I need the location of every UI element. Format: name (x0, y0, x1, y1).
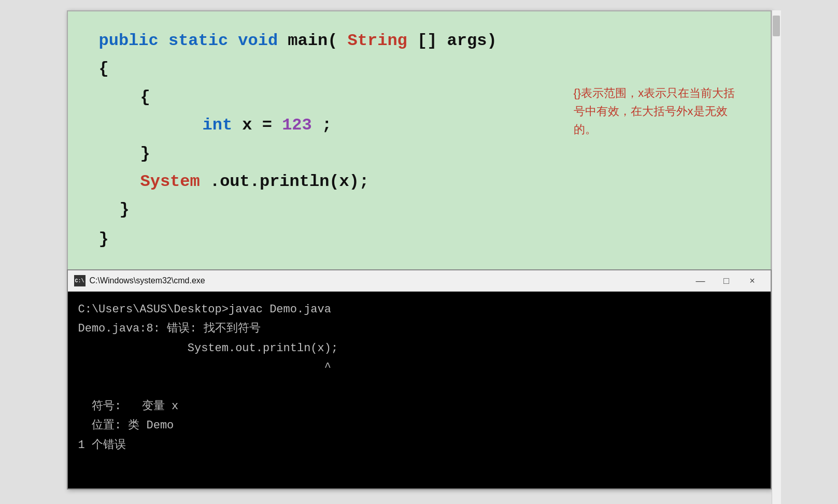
code-line-7: } (99, 196, 740, 224)
code-line-2: { (99, 55, 740, 83)
code-line-8: } (99, 229, 740, 249)
close-button[interactable]: × (741, 273, 764, 288)
code-panel: public static void main( String [] args)… (67, 10, 772, 269)
cmd-output-line-2: Demo.java:8: 错误: 找不到符号 (78, 319, 760, 338)
cmd-window: C:\ C:\Windows\system32\cmd.exe — □ × C:… (67, 269, 772, 489)
keyword-int: int (203, 116, 233, 135)
cmd-output-line-5: 位置: 类 Demo (78, 416, 760, 435)
cmd-titlebar: C:\ C:\Windows\system32\cmd.exe — □ × (68, 270, 771, 292)
keyword-public: public (99, 31, 159, 50)
code-line-5: } (99, 140, 740, 168)
number-literal: 123 (282, 116, 312, 135)
cmd-output-line-6: 1 个错误 (78, 436, 760, 455)
cmd-output-line-4: 符号: 变量 x (78, 397, 760, 416)
cmd-body: C:\Users\ASUS\Desktop>javac Demo.java De… (68, 292, 771, 488)
keyword-void: void (238, 31, 278, 50)
cmd-controls: — □ × (689, 273, 764, 288)
system-class: System (140, 172, 200, 191)
annotation: {}表示范围，x表示只在当前大括号中有效，在大括号外x是无效的。 (574, 84, 740, 139)
cmd-output-line-3: System.out.println(x); (78, 339, 760, 358)
cmd-icon: C:\ (74, 275, 86, 286)
code-line-1: public static void main( String [] args) (99, 27, 740, 55)
minimize-button[interactable]: — (689, 273, 713, 288)
restore-button[interactable]: □ (715, 273, 738, 288)
cmd-title-text: C:\Windows\system32\cmd.exe (90, 276, 205, 285)
keyword-static: static (168, 31, 228, 50)
type-string: String (348, 31, 407, 50)
cmd-output-blank (78, 378, 760, 397)
code-line-6: System .out.println(x); (99, 168, 740, 196)
cmd-output-caret: ^ (78, 358, 760, 377)
cmd-output-line-1: C:\Users\ASUS\Desktop>javac Demo.java (78, 300, 760, 319)
scroll-thumb[interactable] (773, 16, 780, 36)
cmd-title-left: C:\ C:\Windows\system32\cmd.exe (74, 275, 205, 286)
scrollbar[interactable] (772, 10, 781, 504)
